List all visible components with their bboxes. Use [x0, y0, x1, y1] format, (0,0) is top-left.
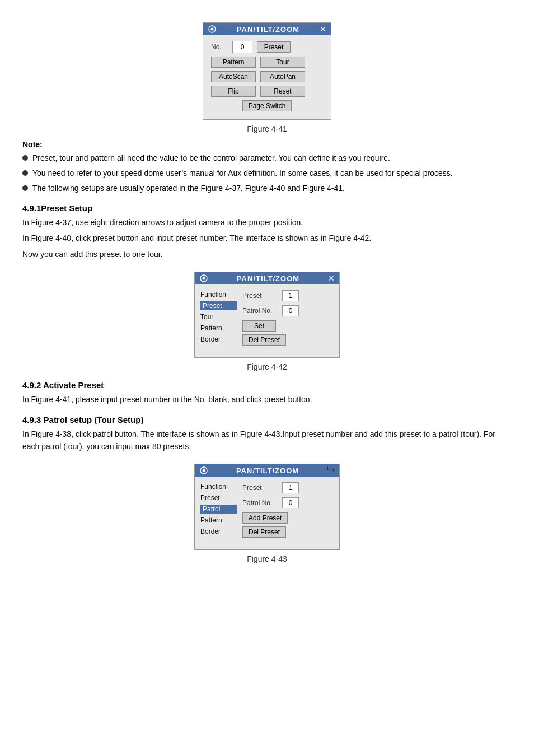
ptz-icon-43: [199, 466, 208, 475]
ptz-icon-41: [208, 25, 217, 34]
ptz-dialog-42: PAN/TILT/ZOOM ✕ Function Preset Tour Pat…: [194, 272, 340, 358]
tour-button-41[interactable]: Tour: [260, 57, 305, 68]
preset-input-43[interactable]: [282, 482, 299, 493]
sidebar-patrol-43[interactable]: Patrol: [200, 505, 237, 514]
ptz-main-43: Preset Patrol No. Add Preset Del Preset: [242, 482, 334, 538]
sidebar-border-42[interactable]: Border: [200, 335, 237, 344]
section-491-heading: 4.9.1Preset Setup: [22, 203, 512, 213]
sidebar-border-43[interactable]: Border: [200, 527, 237, 536]
preset-input-42[interactable]: [282, 290, 299, 301]
page-switch-button[interactable]: Page Switch: [242, 100, 292, 111]
row-no-preset: No. Preset: [211, 41, 323, 53]
preset-label-42: Preset: [242, 292, 279, 300]
ptz-titlebar-42: PAN/TILT/ZOOM ✕: [195, 272, 339, 284]
preset-label-43: Preset: [242, 484, 279, 492]
page-switch-row: Page Switch: [211, 100, 323, 111]
dialog-title-43: PAN/TILT/ZOOM: [208, 466, 327, 475]
sidebar-pattern-42[interactable]: Pattern: [200, 324, 237, 333]
note-text-2: You need to refer to your speed dome use…: [32, 167, 453, 179]
ptz-body-42: Function Preset Tour Pattern Border Pres…: [195, 284, 339, 357]
figure-42-container: PAN/TILT/ZOOM ✕ Function Preset Tour Pat…: [22, 272, 512, 371]
sec491-para2: In Figure 4-40, click preset button and …: [22, 232, 512, 244]
field-preset-43: Preset: [242, 482, 334, 493]
note-title: Note:: [22, 140, 512, 149]
note-list: Preset, tour and pattern all need the va…: [22, 152, 512, 194]
svg-point-1: [211, 28, 214, 31]
sidebar-pattern-43[interactable]: Pattern: [200, 516, 237, 525]
btn-group-42: Set Del Preset: [242, 320, 334, 346]
close-button-41[interactable]: ✕: [320, 25, 326, 34]
note-text-3: The following setups are usually operate…: [32, 183, 345, 194]
note-text-1: Preset, tour and pattern all need the va…: [32, 152, 390, 164]
autopan-button-41[interactable]: AutoPan: [260, 71, 305, 82]
field-patrol-43: Patrol No.: [242, 497, 334, 508]
ptz-body-41: No. Preset Pattern Tour AutoScan AutoPan…: [203, 35, 331, 119]
add-preset-button-43[interactable]: Add Preset: [242, 512, 288, 524]
section-492-heading: 4.9.2 Activate Preset: [22, 380, 512, 390]
ptz-titlebar-43: PAN/TILT/ZOOM ⮡: [195, 464, 339, 477]
ptz-dialog-41: PAN/TILT/ZOOM ✕ No. Preset Pattern Tour …: [203, 22, 331, 120]
del-preset-button-43[interactable]: Del Preset: [242, 526, 286, 538]
autoscan-button-41[interactable]: AutoScan: [211, 71, 256, 82]
figure-42-label: Figure 4-42: [247, 362, 287, 371]
titlebar-right-43: ⮡: [327, 466, 335, 475]
ptz-dialog-43: PAN/TILT/ZOOM ⮡ Function Preset Patrol P…: [194, 464, 340, 550]
sec492-para1: In Figure 4-41, please input preset numb…: [22, 393, 512, 405]
field-patrol-42: Patrol No.: [242, 305, 334, 316]
bullet-2: [22, 170, 28, 176]
pattern-button-41[interactable]: Pattern: [211, 57, 256, 68]
no-label: No.: [211, 43, 228, 51]
del-preset-button-42[interactable]: Del Preset: [242, 334, 286, 346]
note-item-2: You need to refer to your speed dome use…: [22, 167, 512, 179]
sidebar-function-43[interactable]: Function: [200, 482, 237, 491]
figure-43-container: PAN/TILT/ZOOM ⮡ Function Preset Patrol P…: [22, 464, 512, 563]
close-button-42[interactable]: ✕: [328, 274, 335, 283]
cursor-icon-43: ⮡: [327, 466, 335, 475]
svg-point-5: [203, 469, 205, 472]
ptz-titlebar-41: PAN/TILT/ZOOM ✕: [203, 23, 331, 35]
figure-41-container: PAN/TILT/ZOOM ✕ No. Preset Pattern Tour …: [22, 22, 512, 133]
section-493-heading: 4.9.3 Patrol setup (Tour Setup): [22, 415, 512, 424]
bullet-1: [22, 155, 28, 161]
page-content: PAN/TILT/ZOOM ✕ No. Preset Pattern Tour …: [22, 22, 512, 563]
row-flip-reset: Flip Reset: [211, 86, 323, 97]
svg-point-3: [203, 277, 205, 280]
sidebar-preset-42[interactable]: Preset: [200, 301, 237, 310]
reset-button-41[interactable]: Reset: [260, 86, 305, 97]
sidebar-preset-43[interactable]: Preset: [200, 493, 237, 502]
figure-41-label: Figure 4-41: [247, 124, 287, 133]
patrol-input-43[interactable]: [282, 497, 299, 508]
set-button-42[interactable]: Set: [242, 320, 276, 332]
ptz-main-42: Preset Patrol No. Set Del Preset: [242, 290, 334, 346]
note-item-3: The following setups are usually operate…: [22, 183, 512, 194]
dialog-title-41: PAN/TILT/ZOOM: [217, 25, 320, 34]
bullet-3: [22, 185, 28, 191]
ptz-body-43: Function Preset Patrol Pattern Border Pr…: [195, 477, 339, 549]
patrol-input-42[interactable]: [282, 305, 299, 316]
sidebar-function-42[interactable]: Function: [200, 290, 237, 299]
patrol-label-43: Patrol No.: [242, 499, 279, 507]
field-preset-42: Preset: [242, 290, 334, 301]
flip-button-41[interactable]: Flip: [211, 86, 256, 97]
no-input[interactable]: [232, 41, 252, 53]
ptz-sidebar-43: Function Preset Patrol Pattern Border: [200, 482, 237, 538]
sec493-para1: In Figure 4-38, click patrol button. The…: [22, 428, 512, 453]
patrol-label-42: Patrol No.: [242, 307, 279, 315]
preset-button-41[interactable]: Preset: [257, 41, 291, 53]
ptz-sidebar-42: Function Preset Tour Pattern Border: [200, 290, 237, 346]
row-pattern-tour: Pattern Tour: [211, 57, 323, 68]
figure-43-label: Figure 4-43: [247, 554, 287, 563]
dialog-title-42: PAN/TILT/ZOOM: [208, 274, 328, 283]
note-section: Note: Preset, tour and pattern all need …: [22, 140, 512, 194]
row-autoscan-autopan: AutoScan AutoPan: [211, 71, 323, 82]
sidebar-tour-42[interactable]: Tour: [200, 312, 237, 321]
sec491-para3: Now you can add this preset to one tour.: [22, 248, 512, 260]
btn-group-43: Add Preset Del Preset: [242, 512, 334, 538]
ptz-icon-42: [199, 274, 208, 283]
sec491-para1: In Figure 4-37, use eight direction arro…: [22, 216, 512, 228]
note-item-1: Preset, tour and pattern all need the va…: [22, 152, 512, 164]
